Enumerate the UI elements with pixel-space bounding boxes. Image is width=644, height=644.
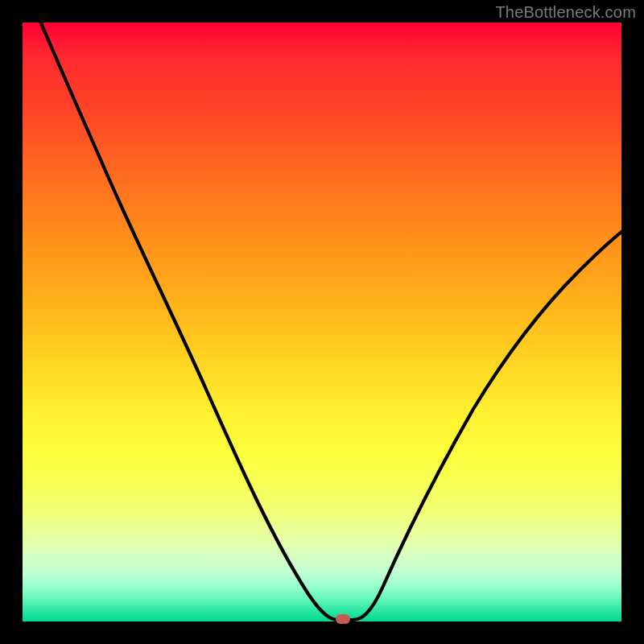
optimal-point-marker xyxy=(336,614,350,624)
chart-frame: TheBottleneck.com xyxy=(0,0,644,644)
bottleneck-curve-svg xyxy=(23,23,621,621)
bottleneck-gradient-plot xyxy=(23,23,621,621)
watermark-text: TheBottleneck.com xyxy=(495,3,636,22)
bottleneck-curve-path xyxy=(23,0,621,620)
